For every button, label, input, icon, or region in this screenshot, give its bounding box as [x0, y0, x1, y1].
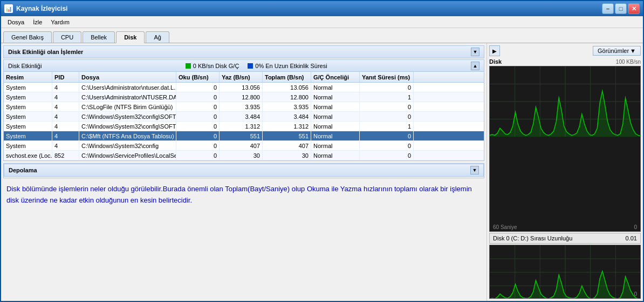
td-response: 0	[360, 151, 414, 160]
td-file: C:\$Mft (NTFS Ana Dosya Tablosu)	[79, 131, 176, 140]
th-oku[interactable]: Oku (B/sn)	[176, 72, 220, 82]
td-pid: 4	[52, 122, 79, 131]
tabs-bar: Genel Bakış CPU Bellek Disk Ağ	[1, 28, 643, 43]
disk-chart-max: 100 KB/sn	[616, 59, 641, 65]
td-pid: 852	[52, 151, 79, 160]
storage-section: Depolama ▼	[3, 163, 484, 178]
td-priority: Normal	[311, 112, 360, 121]
td-priority: Normal	[311, 131, 360, 140]
description-area: Disk bölümünde işlemlerin neler olduğu g…	[3, 182, 484, 299]
th-dosya[interactable]: Dosya	[79, 72, 176, 82]
td-file: C:\Users\Administrator\ntuser.dat.L...	[79, 83, 176, 92]
close-button[interactable]: ✕	[628, 3, 640, 14]
right-panel-header: ▶ Görünümler ▼	[489, 45, 641, 56]
th-resim[interactable]: Resim	[4, 72, 52, 82]
tab-genel-bakis[interactable]: Genel Bakış	[3, 31, 52, 43]
views-dropdown-icon: ▼	[630, 48, 636, 54]
th-pid[interactable]: PID	[52, 72, 79, 82]
td-pid: 4	[52, 112, 79, 121]
menu-dosya[interactable]: Dosya	[3, 18, 29, 26]
title-bar: 📊 Kaynak İzleyicisi – □ ✕	[1, 1, 643, 16]
expand-button[interactable]: ▶	[489, 45, 500, 56]
table-row-selected[interactable]: System 4 C:\$Mft (NTFS Ana Dosya Tablosu…	[4, 131, 484, 141]
td-write: 1.312	[220, 122, 263, 131]
left-panel: Disk Etkinliği olan İşlemler ▼ Disk Etki…	[1, 43, 487, 301]
indicator-io: 0 KB/sn Disk G/Ç	[186, 63, 239, 69]
storage-collapse[interactable]: ▼	[470, 166, 479, 175]
td-file: C:\Windows\System32\config\SOFT...	[79, 112, 176, 121]
disk-subheader: Disk Etkinliği 0 KB/sn Disk G/Ç 0% En Uz…	[4, 60, 484, 72]
app-icon: 📊	[4, 4, 13, 13]
table-row[interactable]: System 4 C:\SLogFile (NTFS Birim Günlüğü…	[4, 102, 484, 112]
td-write: 3.935	[220, 102, 263, 111]
tab-disk[interactable]: Disk	[116, 31, 145, 43]
td-priority: Normal	[311, 151, 360, 160]
td-image: System	[4, 131, 52, 140]
chart2-min-val: 0	[634, 291, 637, 297]
td-image: System	[4, 112, 52, 121]
td-total: 13.056	[263, 83, 311, 92]
td-pid: 4	[52, 131, 79, 140]
storage-title: Depolama	[9, 167, 37, 173]
td-response: 0	[360, 131, 414, 140]
content-area: Disk Etkinliği olan İşlemler ▼ Disk Etki…	[1, 43, 643, 301]
tab-bellek[interactable]: Bellek	[83, 31, 115, 43]
td-read: 0	[176, 102, 220, 111]
td-priority: Normal	[311, 122, 360, 131]
table-row[interactable]: System 4 C:\Windows\System32\config\SOFT…	[4, 112, 484, 122]
table-header: Resim PID Dosya Oku (B/sn) Yaz (B/sn) To…	[4, 72, 484, 83]
table-row[interactable]: svchost.exe (Loc... 852 C:\Windows\Servi…	[4, 151, 484, 160]
storage-header: Depolama ▼	[4, 164, 484, 177]
disk-activity-title: Disk Etkinliği olan İşlemler	[8, 49, 83, 55]
views-button[interactable]: Görünümler ▼	[593, 46, 641, 56]
disk-table-collapse[interactable]: ▲	[471, 62, 479, 70]
tab-ag[interactable]: Ağ	[146, 31, 169, 43]
td-file: C:\Windows\System32\config	[79, 141, 176, 150]
maximize-button[interactable]: □	[615, 3, 627, 14]
title-bar-buttons: – □ ✕	[602, 3, 640, 14]
td-response: 1	[360, 122, 414, 131]
menu-yardim[interactable]: Yardım	[46, 18, 74, 26]
th-toplam[interactable]: Toplam (B/sn)	[263, 72, 311, 82]
table-row[interactable]: System 4 C:\Users\Administrator\NTUSER.D…	[4, 92, 484, 102]
indicator-active-label: 0% En Uzun Etkinlik Süresi	[255, 63, 327, 69]
td-response: 0	[360, 112, 414, 121]
th-yanit[interactable]: Yanıt Süresi (ms)	[360, 72, 414, 82]
td-total: 407	[263, 141, 311, 150]
disk-activity-label: Disk Etkinliği	[8, 63, 42, 69]
th-yaz[interactable]: Yaz (B/sn)	[220, 72, 263, 82]
td-response: 0	[360, 141, 414, 150]
main-window: 📊 Kaynak İzleyicisi – □ ✕ Dosya İzle Yar…	[0, 0, 644, 302]
td-file: C:\SLogFile (NTFS Birim Günlüğü)	[79, 102, 176, 111]
minimize-button[interactable]: –	[602, 3, 614, 14]
disk-activity-header: Disk Etkinliği olan İşlemler ▼	[3, 45, 484, 58]
indicator-active: 0% En Uzun Etkinlik Süresi	[248, 63, 327, 69]
td-image: System	[4, 92, 52, 102]
td-read: 0	[176, 83, 220, 92]
description-text: Disk bölümünde işlemlerin neler olduğu g…	[6, 184, 481, 206]
disk-table-container: Disk Etkinliği 0 KB/sn Disk G/Ç 0% En Uz…	[3, 59, 484, 161]
th-gc-onceligi[interactable]: G/Ç Önceliği	[311, 72, 360, 82]
td-write: 3.484	[220, 112, 263, 121]
disk-info-value: 0.01	[626, 235, 637, 241]
td-write: 407	[220, 141, 263, 150]
table-row[interactable]: System 4 C:\Users\Administrator\ntuser.d…	[4, 83, 484, 92]
menu-izle[interactable]: İzle	[29, 18, 46, 26]
right-panel: ▶ Görünümler ▼ Disk 100 KB/sn 60 Saniye …	[487, 43, 643, 301]
table-row[interactable]: System 4 C:\Windows\System32\config 0 40…	[4, 141, 484, 151]
disk-info-label: Disk 0 (C: D:) Sırası Uzunluğu	[493, 235, 572, 241]
table-row[interactable]: System 4 C:\Windows\System32\config\SOFT…	[4, 122, 484, 131]
indicator-io-label: 0 KB/sn Disk G/Ç	[193, 63, 239, 69]
disk-chart-title: Disk	[489, 58, 502, 65]
indicator-active-box	[248, 63, 253, 69]
td-file: C:\Users\Administrator\NTUSER.DAT	[79, 92, 176, 102]
td-write: 13.056	[220, 83, 263, 92]
td-total: 1.312	[263, 122, 311, 131]
disk-info-bar: Disk 0 (C: D:) Sırası Uzunluğu 0.01	[489, 233, 641, 244]
td-image: System	[4, 102, 52, 111]
td-priority: Normal	[311, 92, 360, 102]
disk-activity-collapse[interactable]: ▼	[471, 48, 479, 56]
td-read: 0	[176, 112, 220, 121]
tab-cpu[interactable]: CPU	[53, 31, 81, 43]
td-image: System	[4, 83, 52, 92]
